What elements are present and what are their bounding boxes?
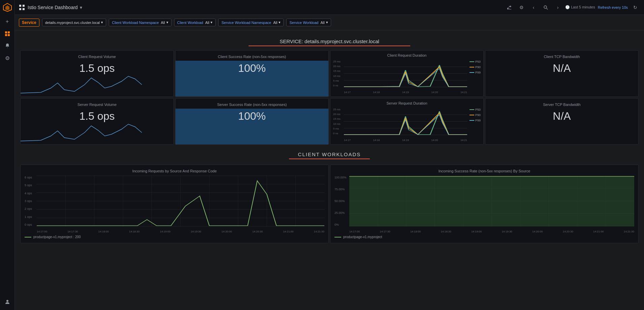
forward-button[interactable]: ›: [553, 3, 562, 12]
sw-label: Service Workload: [289, 21, 318, 25]
incoming-success-rate-legend-text: productpage-v1.myproject: [343, 235, 382, 239]
incoming-requests-svg: [37, 176, 324, 226]
incoming-requests-legend: productpage-v1.myproject : 200: [25, 235, 324, 239]
service-title-underline: [249, 46, 410, 46]
incoming-requests-chart-area: 6 ops5 ops4 ops3 ops2 ops1 ops0 ops: [25, 176, 324, 233]
refresh-button[interactable]: ↻: [631, 3, 640, 12]
swl-namespace-label: Service Workload Namespace: [221, 21, 271, 25]
topbar-title: Istio Service Dashboard ▾: [28, 5, 82, 10]
app-logo: [3, 3, 12, 12]
svg-rect-3: [8, 31, 10, 33]
service-filter-label: Service: [19, 19, 39, 27]
settings-button[interactable]: ⚙: [517, 3, 526, 12]
client-request-duration-title: Client Request Duration: [333, 53, 481, 57]
client-success-rate-card: Client Success Rate (non-5xx responses) …: [175, 50, 329, 97]
server-request-volume-title: Server Request Volume: [25, 103, 169, 107]
sidebar: + ⚙: [0, 0, 15, 310]
dashboard-content: SERVICE: details.myproject.svc.cluster.l…: [15, 30, 644, 310]
client-request-volume-chart: [21, 69, 142, 96]
duration-legend: P50 P90 P99: [470, 60, 481, 74]
incoming-success-rate-legend: productpage-v1.myproject: [334, 235, 634, 239]
workloads-charts-grid: Incoming Requests by Source And Response…: [20, 165, 639, 243]
swl-namespace-value: All: [273, 21, 277, 25]
server-request-duration-card: Server Request Duration 25 ms 20 ms 15 m…: [330, 98, 484, 145]
service-filter-value: details.myproject.svc.cluster.local: [45, 21, 100, 25]
incoming-requests-legend-text: productpage-v1.myproject : 200: [33, 235, 81, 239]
service-section-title: SERVICE: details.myproject.svc.cluster.l…: [20, 38, 639, 46]
dropdown-arrow[interactable]: ▾: [80, 5, 82, 10]
time-display: 🕐 Last 5 minutes: [565, 5, 595, 9]
incoming-requests-title: Incoming Requests by Source And Response…: [25, 169, 324, 173]
client-tcp-bandwidth-card: Client TCP Bandwidth N/A: [485, 50, 639, 97]
cw-value: All: [205, 21, 209, 25]
client-workloads-underline: [289, 159, 370, 159]
incoming-success-rate-card: Incoming Success Rate (non-5xx responses…: [330, 165, 639, 243]
cwl-namespace-label: Client Workload Namespace: [112, 21, 159, 25]
duration-chart-svg: [344, 60, 467, 87]
svg-line-12: [547, 8, 548, 9]
sidebar-icon-grid[interactable]: [2, 28, 13, 39]
server-duration-chart-svg: [344, 108, 467, 135]
share-button[interactable]: [505, 3, 514, 12]
svg-point-6: [6, 300, 8, 302]
topbar-right: ⚙ ‹ › 🕐 Last 5 minutes Refresh every 10s…: [505, 3, 640, 12]
client-request-duration-card: Client Request Duration 25 ms 20 ms 15 m…: [330, 50, 484, 97]
sw-value: All: [320, 21, 324, 25]
incoming-success-rate-chart-area: 100.00%75.00%50.00%25.00%0%: [334, 176, 634, 233]
client-request-volume-title: Client Request Volume: [25, 55, 169, 59]
cwl-namespace-value: All: [161, 21, 165, 25]
sw-filter[interactable]: Service Workload All ▾: [286, 19, 331, 26]
cw-filter[interactable]: Client Workload All ▾: [174, 19, 216, 26]
svg-marker-1: [5, 5, 9, 10]
svg-rect-5: [8, 34, 10, 36]
client-tcp-bandwidth-title: Client TCP Bandwidth: [489, 55, 634, 59]
svg-marker-51: [349, 176, 634, 226]
client-workloads-title: CLIENT WORKLOADS: [298, 151, 361, 157]
swl-namespace-filter[interactable]: Service Workload Namespace All ▾: [218, 19, 284, 26]
server-metrics-row: Server Request Volume 1.5 ops Server Suc…: [20, 98, 639, 145]
svg-rect-9: [19, 8, 21, 10]
zoom-button[interactable]: [541, 3, 550, 12]
server-tcp-bandwidth-card: Server TCP Bandwidth N/A: [485, 98, 639, 145]
client-success-rate-title: Client Success Rate (non-5xx responses): [180, 55, 324, 59]
server-duration-chart-area: 25 ms 20 ms 15 ms 10 ms 5 ms 0 ns: [333, 108, 481, 142]
grid-icon: [19, 4, 25, 10]
incoming-requests-card: Incoming Requests by Source And Response…: [20, 165, 329, 243]
incoming-success-rate-title: Incoming Success Rate (non-5xx responses…: [334, 169, 634, 173]
server-success-rate-value: 100%: [180, 110, 324, 122]
sidebar-icon-gear[interactable]: ⚙: [2, 53, 13, 63]
app-title: Istio Service Dashboard: [28, 5, 78, 10]
svg-rect-7: [19, 5, 21, 7]
service-filter-select[interactable]: details.myproject.svc.cluster.local ▾: [42, 19, 106, 26]
client-duration-chart-area: 25 ms 20 ms 15 ms 10 ms 5 ms 0 ns: [333, 60, 481, 94]
filterbar: Service details.myproject.svc.cluster.lo…: [15, 15, 644, 30]
incoming-success-rate-svg: [349, 176, 634, 226]
service-title-text: SERVICE: details.myproject.svc.cluster.l…: [280, 38, 379, 44]
server-request-duration-title: Server Request Duration: [333, 101, 481, 105]
client-success-rate-value: 100%: [180, 62, 324, 75]
server-request-volume-card: Server Request Volume 1.5 ops: [20, 98, 174, 145]
cw-label: Client Workload: [177, 21, 203, 25]
topbar-left: Istio Service Dashboard ▾: [19, 4, 502, 10]
svg-rect-2: [5, 31, 7, 33]
server-request-volume-chart: [21, 117, 142, 144]
svg-rect-8: [23, 5, 25, 7]
sidebar-icon-bell[interactable]: [2, 40, 13, 51]
refresh-label[interactable]: Refresh every 10s: [598, 5, 628, 9]
svg-rect-4: [5, 34, 7, 36]
server-duration-legend: P50 P90 P99: [470, 108, 481, 122]
sidebar-icon-plus[interactable]: +: [2, 16, 13, 27]
server-tcp-bandwidth-value: N/A: [489, 110, 634, 122]
server-success-rate-title: Server Success Rate (non-5xx responses): [180, 103, 324, 107]
back-button[interactable]: ‹: [529, 3, 538, 12]
cwl-namespace-filter[interactable]: Client Workload Namespace All ▾: [109, 19, 171, 26]
client-tcp-bandwidth-value: N/A: [489, 62, 634, 75]
server-success-rate-card: Server Success Rate (non-5xx responses) …: [175, 98, 329, 145]
client-workloads-section: CLIENT WORKLOADS: [20, 151, 639, 159]
sidebar-icon-user[interactable]: [2, 297, 13, 307]
svg-rect-10: [23, 8, 25, 10]
svg-point-11: [544, 6, 547, 8]
client-request-volume-card: Client Request Volume 1.5 ops: [20, 50, 174, 97]
server-tcp-bandwidth-title: Server TCP Bandwidth: [489, 103, 634, 107]
topbar: Istio Service Dashboard ▾ ⚙ ‹ › 🕐 Last 5…: [15, 0, 644, 15]
